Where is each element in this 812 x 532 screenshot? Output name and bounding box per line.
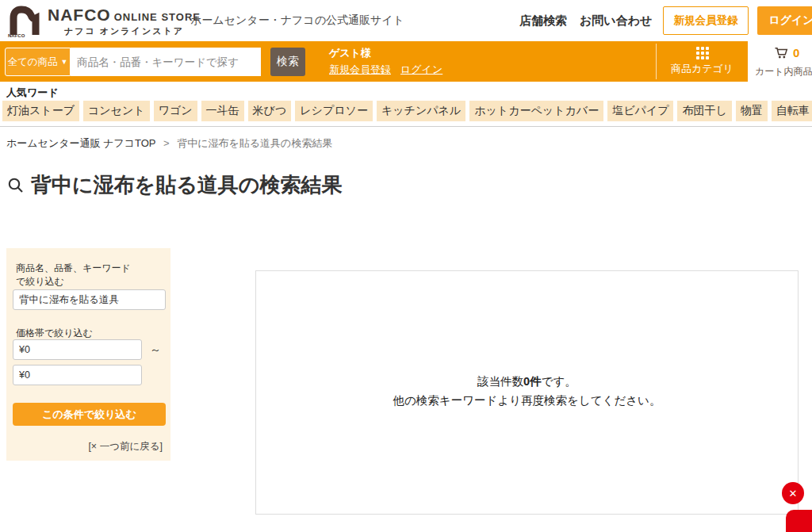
logo[interactable]: NAFCO NAFCO ONLINE STORE ナフコ オンラインストア bbox=[6, 4, 201, 39]
apply-filter-button[interactable]: この条件で絞り込む bbox=[13, 403, 166, 426]
result-count-suffix: です。 bbox=[542, 375, 576, 388]
keyword-chip[interactable]: 米びつ bbox=[248, 101, 292, 121]
price-max-input[interactable] bbox=[13, 365, 142, 385]
keyword-chip-row: 灯油ストーブ コンセント ワゴン 一斗缶 米びつ レシプロソー キッチンパネル … bbox=[2, 101, 812, 121]
search-button[interactable]: 検索 bbox=[270, 48, 305, 76]
cart-button[interactable]: 0 カート内商品 bbox=[748, 41, 812, 82]
brand-text: NAFCO ONLINE STORE ナフコ オンラインストア bbox=[48, 6, 201, 37]
category-dropdown-label: 全ての商品 bbox=[7, 55, 57, 69]
promo-widget-graphic bbox=[786, 510, 812, 532]
back-link[interactable]: [× 一つ前に戻る] bbox=[88, 440, 163, 454]
chevron-down-icon: ▼ bbox=[61, 58, 68, 66]
category-menu-label: 商品カテゴリ bbox=[671, 62, 733, 76]
search-bar: 全ての商品 ▼ 検索 ゲスト様 新規会員登録 ログイン 商品カテゴリ bbox=[0, 41, 812, 82]
login-button[interactable]: ログイン bbox=[757, 6, 812, 35]
keyword-chip[interactable]: 物置 bbox=[736, 101, 768, 121]
results-panel: 該当件数0件です。 他の検索キーワードより再度検索をしてください。 bbox=[255, 270, 799, 515]
price-min-input[interactable] bbox=[13, 339, 142, 360]
breadcrumb-home-link[interactable]: ホームセンター通販 ナフコTOP bbox=[6, 137, 155, 149]
page-title: 背中に湿布を貼る道具の検索結果 bbox=[6, 171, 342, 199]
category-menu-button[interactable]: 商品カテゴリ bbox=[657, 41, 748, 82]
popular-keywords-section: 人気ワード 灯油ストーブ コンセント ワゴン 一斗缶 米びつ レシプロソー キッ… bbox=[0, 82, 812, 127]
keyword-chip[interactable]: ホットカーペットカバー bbox=[469, 101, 603, 121]
filter-keyword-label-2: で絞り込む bbox=[16, 275, 64, 289]
close-icon[interactable]: ✕ bbox=[782, 482, 804, 504]
no-results-message: 該当件数0件です。 他の検索キーワードより再度検索をしてください。 bbox=[256, 373, 798, 411]
keyword-chip[interactable]: 灯油ストーブ bbox=[2, 101, 79, 121]
guest-greeting: ゲスト様 bbox=[329, 46, 442, 60]
retry-search-message: 他の検索キーワードより再度検索をしてください。 bbox=[256, 392, 798, 411]
site-header: NAFCO NAFCO ONLINE STORE ナフコ オンラインストア ホー… bbox=[0, 0, 812, 41]
brand-suffix: ONLINE STORE bbox=[114, 11, 201, 23]
search-icon bbox=[6, 176, 25, 195]
popular-keywords-label: 人気ワード bbox=[6, 86, 59, 100]
keyword-chip[interactable]: キッチンパネル bbox=[377, 101, 465, 121]
grid-icon bbox=[696, 47, 709, 59]
store-search-link[interactable]: 店舗検索 bbox=[519, 13, 567, 29]
filter-keyword-label: 商品名、品番、キーワード bbox=[16, 262, 131, 275]
cart-icon bbox=[773, 45, 789, 64]
breadcrumb-current: 背中に湿布を貼る道具の検索結果 bbox=[177, 137, 332, 149]
cart-label: カート内商品 bbox=[755, 65, 812, 78]
brand-japanese: ナフコ オンラインストア bbox=[48, 25, 201, 37]
site-tagline: ホームセンター・ナフコの公式通販サイト bbox=[190, 13, 404, 28]
cart-count-badge: 0 bbox=[793, 46, 799, 59]
breadcrumb: ホームセンター通販 ナフコTOP > 背中に湿布を貼る道具の検索結果 bbox=[6, 136, 332, 151]
promo-widget[interactable] bbox=[786, 510, 812, 532]
guest-block: ゲスト様 新規会員登録 ログイン bbox=[329, 46, 442, 77]
guest-login-link[interactable]: ログイン bbox=[400, 63, 442, 77]
price-range-tilde: ～ bbox=[150, 343, 161, 358]
breadcrumb-separator: > bbox=[163, 137, 170, 149]
close-icon-glyph: ✕ bbox=[789, 488, 798, 499]
logo-mark-label: NAFCO bbox=[8, 33, 25, 38]
page-root: NAFCO NAFCO ONLINE STORE ナフコ オンラインストア ホー… bbox=[0, 0, 812, 532]
brand-name: NAFCO bbox=[48, 6, 111, 25]
keyword-chip[interactable]: ワゴン bbox=[154, 101, 197, 121]
keyword-chip[interactable]: コンセント bbox=[83, 101, 150, 121]
keyword-chip[interactable]: 一斗缶 bbox=[201, 101, 244, 121]
guest-register-link[interactable]: 新規会員登録 bbox=[329, 63, 391, 77]
filter-keyword-input[interactable] bbox=[13, 289, 166, 310]
filter-price-label: 価格帯で絞り込む bbox=[16, 327, 93, 340]
nafco-logo-icon: NAFCO bbox=[6, 5, 43, 38]
keyword-chip[interactable]: レシプロソー bbox=[295, 101, 373, 121]
register-button[interactable]: 新規会員登録 bbox=[663, 6, 749, 35]
page-title-text: 背中に湿布を貼る道具の検索結果 bbox=[31, 171, 342, 199]
result-count-prefix: 該当件数 bbox=[477, 375, 523, 388]
search-input[interactable] bbox=[71, 48, 261, 76]
result-count: 0件 bbox=[523, 375, 542, 388]
keyword-chip[interactable]: 自転車 bbox=[772, 101, 812, 121]
keyword-chip[interactable]: 塩ビパイプ bbox=[607, 101, 673, 121]
category-dropdown[interactable]: 全ての商品 ▼ bbox=[5, 48, 71, 76]
keyword-chip[interactable]: 布団干し bbox=[677, 101, 731, 121]
filter-panel: 商品名、品番、キーワード で絞り込む 価格帯で絞り込む ～ この条件で絞り込む … bbox=[6, 248, 170, 461]
contact-link[interactable]: お問い合わせ bbox=[580, 13, 652, 29]
